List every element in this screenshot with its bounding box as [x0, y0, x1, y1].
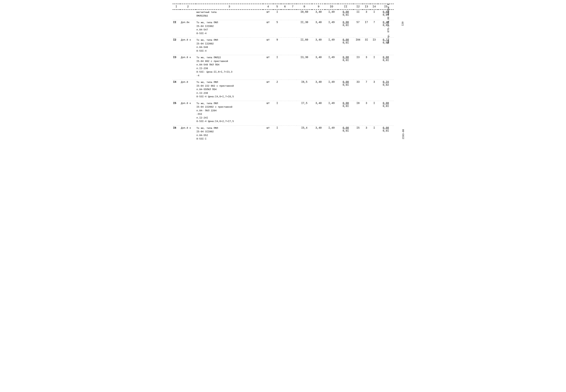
side-text-right: Тип.пр. 876-1-79.86 Альбом 8 I20: [387, 4, 405, 44]
th-14: I4: [370, 4, 378, 10]
th-10: IO: [325, 4, 338, 10]
bottom-right-code: 2I03-08: [402, 129, 405, 139]
table-row: I6Доп.8 кТо же, типа ПМЛI5-04 3II002п.04…: [173, 126, 394, 141]
th-4: 4: [263, 4, 273, 10]
page-wrapper: Тип.пр. 876-1-79.86 Альбом 8 I20 2I03-08…: [173, 4, 394, 143]
th-12: I2: [354, 4, 362, 10]
spacer-row: [173, 36, 394, 38]
th-2: 2: [180, 4, 196, 10]
th-8: 8: [297, 4, 312, 10]
spacer-row: [173, 141, 394, 143]
th-9: 9: [312, 4, 325, 10]
th-7: 7: [289, 4, 297, 10]
side-text-label: Тип.пр. 876-1-79.86 Альбом 8: [387, 4, 390, 44]
th-11: II: [338, 4, 354, 10]
main-table: I 2 3 4 5 6 7 8 9 IO II I2 I3 I4 I5 магн…: [173, 4, 394, 143]
table-row: I4Доп.8То же, типа ПМЛI5-04 222 002 с пр…: [173, 80, 394, 99]
th-13: I3: [362, 4, 370, 10]
spacer-row: [173, 78, 394, 80]
table-row: I2Доп.8 кТо же, типа ПМЛI5-04 I22002п.04…: [173, 38, 394, 54]
spacer-row: [173, 18, 394, 20]
table-row: I5Доп.8 кТо же, типа ПМЛI5-04 222002 с п…: [173, 101, 394, 124]
spacer-row: [173, 99, 394, 101]
spacer-row: [173, 54, 394, 55]
th-1: I: [173, 4, 180, 10]
spacer-row: [173, 124, 394, 126]
header-row: I 2 3 4 5 6 7 8 9 IO II I2 I3 I4 I5: [173, 4, 394, 10]
table-row: I3Доп.8 кТо же, типа ПМЛ22I5-04 002 с пр…: [173, 55, 394, 78]
th-6: 6: [281, 4, 289, 10]
th-3: 3: [196, 4, 263, 10]
th-5: 5: [273, 4, 281, 10]
page-number: I20: [401, 22, 405, 26]
table-row: магнитный типаПМЛ5IП02штII0,603,40I,490,…: [173, 10, 394, 18]
table-row: IIДоп.8кТо же, типа ПМЛI5-04 I2I002п.04-…: [173, 20, 394, 36]
